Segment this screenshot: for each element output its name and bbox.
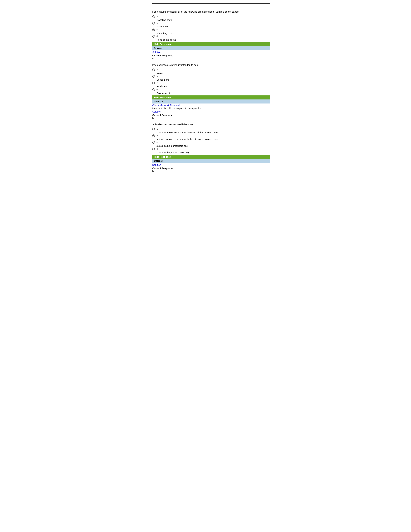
correct-response-value-2: b [152,117,270,119]
option-3a-text: subsidies move assets from lower- to hig… [157,131,270,134]
option-2b[interactable]: b. Consumers [152,75,270,81]
option-2c[interactable]: c. Producers [152,81,270,88]
option-1a-text: Gasoline costs [157,19,270,21]
incorrect-detail-2: Incorrect: You did not respond to this q… [152,107,270,110]
option-1c-text: Marketing costs [157,32,270,35]
option-1d[interactable]: d. None of the above [152,35,270,41]
status-2-bold: Incorrect [154,100,164,103]
correct-response-label-1: Correct Response [152,54,270,57]
solution-link-3[interactable]: Solution [152,163,270,166]
question-block-2: Price ceilings are primarily intended to… [152,63,270,119]
option-3b[interactable]: b. subsidies move assets from higher- to… [152,134,270,140]
radio-1c[interactable] [152,28,155,31]
radio-2d[interactable] [152,88,155,91]
correct-response-value-1: c [152,57,270,60]
status-3: Correct [152,159,270,163]
option-2a-text: No one [157,72,270,75]
radio-3c[interactable] [152,141,155,144]
option-3d-text: subsidies help consumers only [157,151,270,154]
option-3a-letter: a. [157,127,158,130]
option-3d-letter: d. [157,148,158,150]
radio-3a[interactable] [152,128,155,130]
check-work-link-2[interactable]: Check My Work Feedback [152,104,270,106]
radio-2a[interactable] [152,68,155,71]
radio-2c[interactable] [152,82,155,84]
radio-2b[interactable] [152,75,155,78]
option-1b-letter: b. [157,22,158,25]
option-1d-letter: d. [157,35,158,38]
option-3b-text: subsidies move assets from higher- to lo… [157,138,270,140]
correct-response-value-3: b [152,170,270,173]
question-block-1: For a moving company, all of the followi… [152,10,270,60]
solution-link-2[interactable]: Solution [152,110,270,113]
hide-feedback-3[interactable]: Hide Feedback [152,155,270,159]
option-2a[interactable]: a. No one [152,68,270,75]
radio-1d[interactable] [152,35,155,38]
option-2c-text: Producers [157,85,270,88]
radio-3b[interactable] [152,134,155,137]
option-3c-text: subsidies help producers only [157,144,270,147]
option-2a-letter: a. [157,68,158,71]
option-2d-text: Government [157,92,270,95]
option-3a[interactable]: a. subsidies move assets from lower- to … [152,127,270,134]
option-3b-letter: b. [157,134,158,137]
status-1: Correct [152,46,270,50]
option-2d-letter: d. [157,88,158,91]
correct-response-label-3: Correct Response [152,167,270,170]
option-1b-text: Truck rents [157,25,270,28]
option-3c-letter: c. [157,141,158,144]
radio-3d[interactable] [152,148,155,150]
correct-response-label-2: Correct Response [152,114,270,116]
hide-feedback-2[interactable]: Hide Feedback [152,95,270,99]
option-3d[interactable]: d. subsidies help consumers only [152,148,270,154]
status-2: Incorrect [152,99,270,104]
option-2d[interactable]: d. Government [152,88,270,94]
top-divider [152,3,270,4]
solution-link-1[interactable]: Solution [152,51,270,54]
question-3-text: Subsidies can destroy wealth because [152,123,270,126]
option-1b[interactable]: b. Truck rents [152,22,270,28]
option-2b-letter: b. [157,75,158,78]
option-1a[interactable]: a. Gasoline costs [152,15,270,21]
option-3c[interactable]: c. subsidies help producers only [152,141,270,147]
question-1-text: For a moving company, all of the followi… [152,10,270,14]
option-1a-letter: a. [157,15,158,18]
page-container: For a moving company, all of the followi… [136,0,275,186]
hide-feedback-1[interactable]: Hide Feedback [152,42,270,46]
option-1d-text: None of the above [157,38,270,41]
option-2c-letter: c. [157,81,158,84]
radio-1b[interactable] [152,22,155,25]
question-block-3: Subsidies can destroy wealth because a. … [152,123,270,173]
radio-1a[interactable] [152,15,155,18]
question-2-text: Price ceilings are primarily intended to… [152,63,270,67]
option-1c-letter: c. [157,28,158,31]
option-1c[interactable]: c. Marketing costs [152,28,270,35]
option-2b-text: Consumers [157,78,270,81]
